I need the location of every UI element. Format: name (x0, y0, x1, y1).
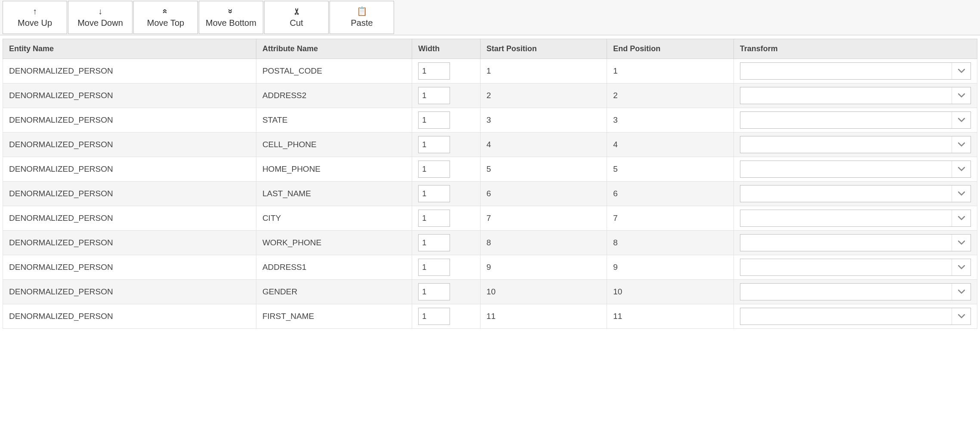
paste-label: Paste (351, 18, 373, 28)
cell-width (412, 255, 481, 280)
table-row[interactable]: DENORMALIZED_PERSONPOSTAL_CODE11 (3, 59, 977, 83)
cut-label: Cut (290, 18, 303, 28)
cell-attribute-name: HOME_PHONE (256, 157, 412, 182)
width-input[interactable] (418, 87, 450, 104)
table-row[interactable]: DENORMALIZED_PERSONHOME_PHONE55 (3, 157, 977, 182)
table-row[interactable]: DENORMALIZED_PERSONADDRESS222 (3, 83, 977, 108)
cell-transform (733, 83, 977, 108)
transform-select[interactable] (740, 87, 971, 104)
move-bottom-button[interactable]: » Move Bottom (199, 1, 263, 34)
transform-select[interactable] (740, 234, 971, 251)
cell-entity-name: DENORMALIZED_PERSON (3, 133, 256, 157)
cell-entity-name: DENORMALIZED_PERSON (3, 255, 256, 280)
col-attribute-name[interactable]: Attribute Name (256, 39, 412, 59)
table-row[interactable]: DENORMALIZED_PERSONFIRST_NAME1111 (3, 304, 977, 329)
width-input[interactable] (418, 308, 450, 325)
col-transform[interactable]: Transform (733, 39, 977, 59)
cell-entity-name: DENORMALIZED_PERSON (3, 231, 256, 255)
table-row[interactable]: DENORMALIZED_PERSONWORK_PHONE88 (3, 231, 977, 255)
table-row[interactable]: DENORMALIZED_PERSONCELL_PHONE44 (3, 133, 977, 157)
table-row[interactable]: DENORMALIZED_PERSONLAST_NAME66 (3, 182, 977, 206)
table-header-row: Entity Name Attribute Name Width Start P… (3, 39, 977, 59)
chevron-down-icon (952, 210, 971, 226)
clipboard-icon: 📋 (357, 7, 367, 15)
transform-select[interactable] (740, 161, 971, 178)
cell-end-position: 4 (607, 133, 733, 157)
transform-select[interactable] (740, 185, 971, 202)
cell-entity-name: DENORMALIZED_PERSON (3, 59, 256, 83)
width-input[interactable] (418, 111, 450, 129)
table-row[interactable]: DENORMALIZED_PERSONGENDER1010 (3, 280, 977, 304)
transform-select[interactable] (740, 62, 971, 80)
cell-transform (733, 108, 977, 133)
cell-start-position: 4 (480, 133, 607, 157)
cell-end-position: 2 (607, 83, 733, 108)
cell-attribute-name: ADDRESS2 (256, 83, 412, 108)
cell-width (412, 83, 481, 108)
width-input[interactable] (418, 136, 450, 153)
width-input[interactable] (418, 234, 450, 251)
move-down-button[interactable]: ↓ Move Down (68, 1, 133, 34)
transform-select[interactable] (740, 308, 971, 325)
cell-entity-name: DENORMALIZED_PERSON (3, 108, 256, 133)
width-input[interactable] (418, 259, 450, 276)
cell-entity-name: DENORMALIZED_PERSON (3, 280, 256, 304)
cell-attribute-name: LAST_NAME (256, 182, 412, 206)
cell-attribute-name: FIRST_NAME (256, 304, 412, 329)
cell-entity-name: DENORMALIZED_PERSON (3, 182, 256, 206)
arrow-up-icon: ↑ (33, 7, 37, 15)
cell-start-position: 10 (480, 280, 607, 304)
col-width[interactable]: Width (412, 39, 481, 59)
cell-start-position: 1 (480, 59, 607, 83)
transform-select[interactable] (740, 111, 971, 129)
chevron-down-icon (952, 136, 971, 153)
toolbar: ↑ Move Up ↓ Move Down « Move Top » Move … (0, 0, 980, 35)
cell-width (412, 304, 481, 329)
cell-width (412, 182, 481, 206)
cell-width (412, 108, 481, 133)
arrow-down-icon: ↓ (98, 7, 102, 15)
chevron-down-icon (952, 235, 971, 251)
cell-attribute-name: CELL_PHONE (256, 133, 412, 157)
cell-transform (733, 280, 977, 304)
double-chevron-down-icon: » (227, 9, 235, 13)
cell-width (412, 59, 481, 83)
transform-select[interactable] (740, 210, 971, 227)
width-input[interactable] (418, 185, 450, 202)
cell-transform (733, 231, 977, 255)
cell-start-position: 11 (480, 304, 607, 329)
cell-start-position: 6 (480, 182, 607, 206)
move-up-label: Move Up (18, 18, 52, 28)
move-top-button[interactable]: « Move Top (133, 1, 198, 34)
cell-width (412, 206, 481, 231)
attributes-table: Entity Name Attribute Name Width Start P… (3, 39, 977, 329)
cell-attribute-name: WORK_PHONE (256, 231, 412, 255)
width-input[interactable] (418, 283, 450, 300)
table-row[interactable]: DENORMALIZED_PERSONADDRESS199 (3, 255, 977, 280)
move-up-button[interactable]: ↑ Move Up (3, 1, 67, 34)
cell-width (412, 157, 481, 182)
cut-button[interactable]: ✂ Cut (264, 1, 329, 34)
col-start-position[interactable]: Start Position (480, 39, 607, 59)
cell-attribute-name: POSTAL_CODE (256, 59, 412, 83)
cell-transform (733, 304, 977, 329)
chevron-down-icon (952, 185, 971, 202)
cell-width (412, 231, 481, 255)
col-entity-name[interactable]: Entity Name (3, 39, 256, 59)
cell-start-position: 9 (480, 255, 607, 280)
paste-button[interactable]: 📋 Paste (330, 1, 394, 34)
col-end-position[interactable]: End Position (607, 39, 733, 59)
chevron-down-icon (952, 112, 971, 128)
table-row[interactable]: DENORMALIZED_PERSONCITY77 (3, 206, 977, 231)
cell-transform (733, 255, 977, 280)
transform-select[interactable] (740, 283, 971, 300)
table-row[interactable]: DENORMALIZED_PERSONSTATE33 (3, 108, 977, 133)
transform-select[interactable] (740, 136, 971, 153)
transform-select[interactable] (740, 259, 971, 276)
cell-attribute-name: GENDER (256, 280, 412, 304)
width-input[interactable] (418, 62, 450, 80)
width-input[interactable] (418, 161, 450, 178)
chevron-down-icon (952, 284, 971, 300)
width-input[interactable] (418, 210, 450, 227)
cell-end-position: 8 (607, 231, 733, 255)
